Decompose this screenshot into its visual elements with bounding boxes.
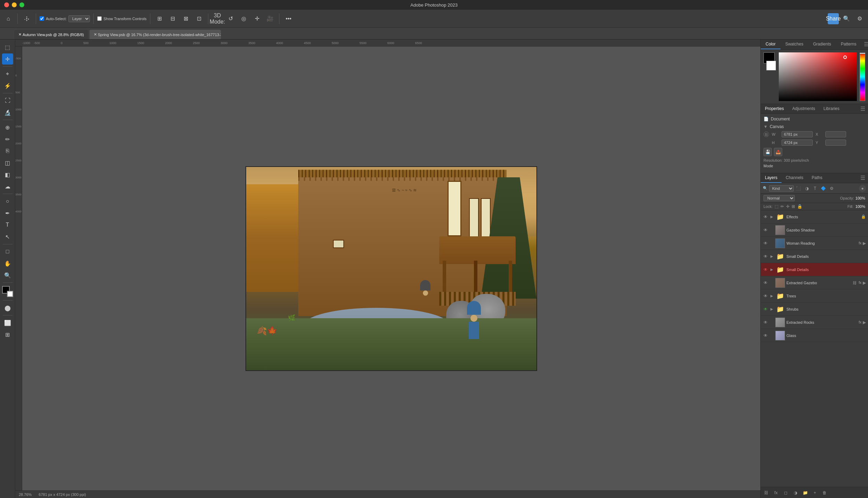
selection-tool[interactable]: ⬚	[2, 42, 13, 53]
background-color[interactable]	[7, 291, 13, 297]
delete-layer-btn[interactable]: 🗑	[821, 489, 828, 496]
pen-tool[interactable]: ✒	[2, 208, 13, 219]
eyedropper-tool[interactable]: 🔬	[2, 107, 13, 118]
tab-gradients[interactable]: Gradients	[808, 40, 836, 49]
move3d-button[interactable]: ✛	[251, 13, 262, 24]
layer-shrubs[interactable]: 👁 ▶ 📁 Shrubs	[761, 303, 868, 316]
expand-sd2[interactable]: ▶	[770, 268, 774, 272]
color-swatches[interactable]	[2, 286, 13, 297]
expand-fx-rocks[interactable]: ▶	[863, 320, 866, 325]
layer-vis-woman[interactable]: 👁	[763, 240, 768, 246]
background-swatch[interactable]	[766, 61, 776, 70]
crop-tool[interactable]: ⛶	[2, 95, 13, 106]
brush-tool[interactable]: ✏	[2, 134, 13, 145]
layer-vis-rocks[interactable]: 👁	[763, 320, 768, 325]
layer-trees[interactable]: 👁 ▶ 📁 Trees	[761, 289, 868, 303]
filter-pixel-btn[interactable]: ⬛	[795, 185, 802, 192]
layer-small-details-1[interactable]: 👁 ▶ 📁 Small Details	[761, 250, 868, 263]
tab-paths[interactable]: Paths	[808, 173, 827, 183]
layer-vis-trees[interactable]: 👁	[763, 293, 768, 299]
text-tool[interactable]: T	[2, 219, 13, 230]
filter-shape-btn[interactable]: 🔷	[820, 185, 827, 192]
export-icon-btn[interactable]: 📤	[774, 148, 782, 156]
tab-patterns[interactable]: Patterns	[836, 40, 861, 49]
canvas-viewport[interactable]: 𝌏 ∿ ~ ≈ ∿ ≋	[22, 47, 760, 490]
camera-button[interactable]: 🎥	[265, 13, 276, 24]
tab-properties[interactable]: Properties	[761, 104, 788, 113]
color-panel-menu[interactable]: ☰	[861, 40, 868, 49]
magic-wand-tool[interactable]: ⚡	[2, 80, 13, 91]
lock-transparent-btn[interactable]: ⬚	[775, 204, 778, 209]
lasso-tool[interactable]: ⌖	[2, 68, 13, 79]
filter-type-btn[interactable]: T	[812, 185, 819, 192]
tab-swatches[interactable]: Swatches	[781, 40, 808, 49]
tab-color[interactable]: Color	[761, 40, 781, 49]
mode-3d-button[interactable]: 3D Mode:	[212, 13, 223, 24]
layer-extracted-gazebo[interactable]: 👁 ▶ Extracted Gazebo ⛓ fx ▶	[761, 276, 868, 289]
expand-fx-woman[interactable]: ▶	[863, 241, 866, 246]
lock-position-btn[interactable]: ✛	[786, 204, 790, 209]
expand-shrubs[interactable]: ▶	[770, 307, 774, 311]
shape-tool[interactable]: □	[2, 246, 13, 257]
layer-vis-sd1[interactable]: 👁	[763, 254, 768, 259]
layer-vis-sd2[interactable]: 👁	[763, 267, 768, 272]
tab-spring[interactable]: ✕ Spring View.psb @ 16.7% (3d-render-bru…	[89, 29, 221, 39]
target-button[interactable]: ◎	[238, 13, 249, 24]
filter-adjust-btn[interactable]: ◑	[803, 185, 810, 192]
add-adjustment-btn[interactable]: ◑	[792, 489, 799, 496]
layer-gazebo-shadow[interactable]: 👁 ▶ Gazebo Shadow	[761, 223, 868, 237]
expand-effects[interactable]: ▶	[770, 215, 774, 219]
hue-slider[interactable]	[860, 52, 865, 101]
expand-trees[interactable]: ▶	[770, 294, 774, 298]
layer-woman-reading[interactable]: 👁 ▶ Woman Reading fx ▶	[761, 237, 868, 250]
more-options-button[interactable]: •••	[283, 13, 294, 24]
save-icon-btn[interactable]: 💾	[763, 148, 772, 156]
add-mask-btn[interactable]: ◻	[782, 489, 789, 496]
settings-button[interactable]: ⚙	[854, 13, 865, 24]
dodge-tool[interactable]: ○	[2, 196, 13, 207]
eraser-tool[interactable]: ◫	[2, 157, 13, 168]
gradient-tool[interactable]: ◧	[2, 169, 13, 180]
layer-extracted-rocks[interactable]: 👁 ▶ Extracted Rocks fx ▶	[761, 316, 868, 329]
align-left-button[interactable]: ⊞	[154, 13, 165, 24]
width-input[interactable]	[782, 131, 813, 137]
layer-small-details-2[interactable]: 👁 ▶ 📁 Small Details	[761, 263, 868, 276]
tab-autumn-close[interactable]: ✕	[18, 32, 22, 37]
auto-select-checkbox[interactable]	[40, 16, 44, 21]
lock-artboard-btn[interactable]: ⊞	[792, 204, 795, 209]
layer-select[interactable]: Layer	[68, 15, 90, 22]
close-button[interactable]	[4, 2, 9, 7]
maximize-button[interactable]	[19, 2, 24, 7]
search-button[interactable]: 🔍	[841, 13, 852, 24]
height-input[interactable]	[782, 140, 813, 146]
add-style-btn[interactable]: fx	[773, 489, 779, 496]
minimize-button[interactable]	[12, 2, 17, 7]
filter-smart-btn[interactable]: ⚙	[828, 185, 835, 192]
move-tool-button[interactable]	[21, 13, 32, 24]
layer-visibility-effects[interactable]: 👁	[763, 214, 768, 220]
move-tool[interactable]: ✛	[2, 53, 13, 65]
layer-glass[interactable]: 👁 ▶ Glass	[761, 329, 868, 342]
link-layers-btn[interactable]: ⛓	[763, 489, 770, 496]
lock-all-btn[interactable]: 🔒	[797, 204, 802, 209]
hand-tool[interactable]: ✋	[2, 258, 13, 269]
distribute-button[interactable]: ⊡	[193, 13, 205, 24]
new-layer-btn[interactable]: +	[811, 489, 818, 496]
layer-effects[interactable]: 👁 ▶ 📁 Effects 🔒	[761, 210, 868, 223]
layers-panel-menu[interactable]: ☰	[858, 173, 868, 183]
layer-vis-eg[interactable]: 👁	[763, 280, 768, 286]
expand-sd1[interactable]: ▶	[770, 254, 774, 259]
path-select-tool[interactable]: ↖	[2, 231, 13, 242]
filter-toggle-btn[interactable]: ●	[859, 185, 866, 192]
props-panel-menu[interactable]: ☰	[858, 104, 868, 113]
share-button[interactable]: Share	[828, 13, 839, 24]
x-input[interactable]	[825, 131, 846, 137]
link-icon[interactable]: ⛓	[763, 132, 769, 137]
kind-filter-select[interactable]: Kind	[769, 185, 794, 192]
rotate-button[interactable]: ↺	[225, 13, 236, 24]
quick-mask-tool[interactable]: ⬤	[2, 302, 13, 313]
tab-spring-close[interactable]: ✕	[94, 32, 97, 37]
align-right-button[interactable]: ⊠	[180, 13, 191, 24]
color-spectrum[interactable]	[779, 52, 857, 101]
tab-channels[interactable]: Channels	[782, 173, 808, 183]
